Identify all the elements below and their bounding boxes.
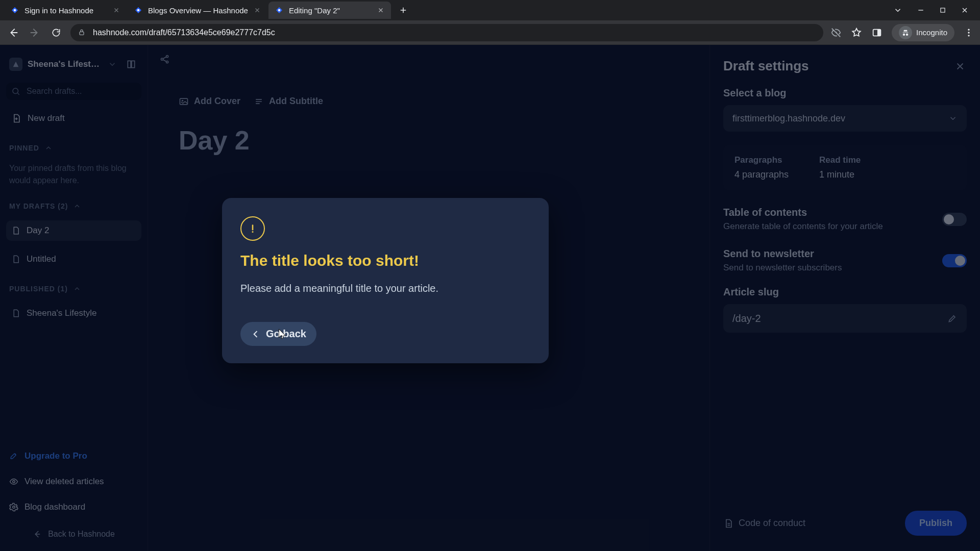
minimize-icon[interactable] [917,6,925,14]
browser-tabstrip: Sign in to Hashnode Blogs Overview — Has… [0,0,980,20]
warning-modal: The title looks too short! Please add a … [222,198,549,363]
close-icon[interactable] [253,6,261,14]
maximize-icon[interactable] [939,7,946,14]
incognito-label: Incognito [916,28,947,37]
svg-point-8 [968,32,969,33]
lock-icon [78,28,87,37]
url-text: hashnode.com/draft/65713634e5ce69e2777c7… [93,28,275,37]
svg-rect-3 [941,8,945,12]
window-controls [893,6,980,15]
svg-point-2 [278,9,281,12]
tab-title: Blogs Overview — Hashnode [148,6,248,15]
browser-tab[interactable]: Sign in to Hashnode [4,2,127,19]
app-root: Sheena's Lifest… Search drafts... New dr… [0,45,980,551]
close-icon[interactable] [112,6,120,14]
panel-icon[interactable] [871,27,883,38]
hashnode-icon [275,6,284,15]
incognito-indicator[interactable]: Incognito [892,24,954,41]
back-button[interactable] [6,26,20,40]
new-tab-button[interactable] [396,3,410,17]
svg-point-0 [14,9,16,12]
svg-rect-4 [80,32,84,35]
svg-rect-6 [877,29,880,36]
hashnode-icon [134,6,143,15]
close-window-icon[interactable] [961,6,969,14]
warning-icon [240,216,265,241]
reload-button[interactable] [49,26,63,40]
go-back-button[interactable]: Go back [240,322,316,346]
hashnode-icon [10,6,19,15]
eye-off-icon[interactable] [830,27,842,38]
svg-point-7 [968,29,969,30]
tab-title: Editing "Day 2" [289,6,372,15]
chevron-down-icon[interactable] [893,6,902,15]
tab-title: Sign in to Hashnode [24,6,107,15]
star-icon[interactable] [851,27,862,38]
menu-icon[interactable] [964,28,974,38]
close-icon[interactable] [377,6,385,14]
forward-button[interactable] [28,26,42,40]
browser-tab[interactable]: Blogs Overview — Hashnode [128,2,267,19]
browser-tab-active[interactable]: Editing "Day 2" [268,2,391,19]
address-bar[interactable]: hashnode.com/draft/65713634e5ce69e2777c7… [70,24,823,41]
svg-point-21 [252,231,253,233]
svg-point-1 [137,9,140,12]
incognito-icon [899,26,912,39]
modal-title: The title looks too short! [240,252,530,269]
browser-toolbar: hashnode.com/draft/65713634e5ce69e2777c7… [0,20,980,45]
svg-point-9 [968,35,969,36]
go-back-label: Go back [266,328,306,340]
chevron-left-icon [251,329,261,339]
modal-body: Please add a meaningful title to your ar… [240,283,530,294]
